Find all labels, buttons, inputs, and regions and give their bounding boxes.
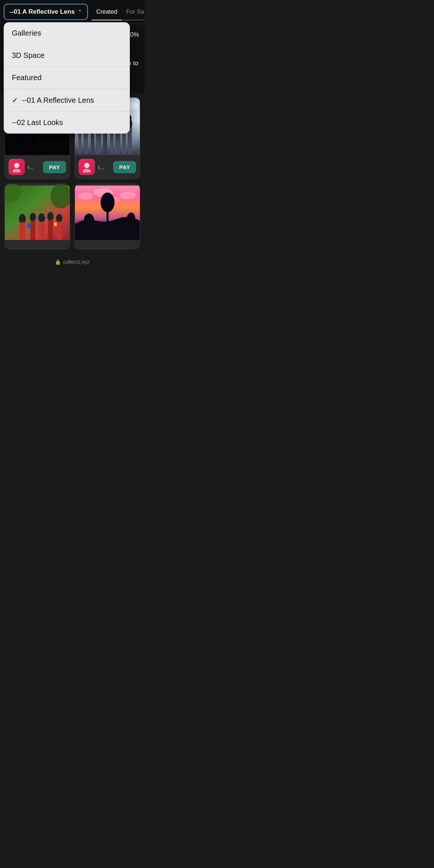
nft-card-3[interactable] — [4, 184, 70, 249]
bottom-bar: 🔒 collectz.xyz — [0, 254, 145, 270]
featured-label: Featured — [12, 73, 42, 82]
nft-card-2-bottom: r... PAY — [75, 155, 140, 179]
svg-point-48 — [101, 193, 115, 212]
pay-button-2[interactable]: PAY — [113, 161, 136, 173]
svg-rect-4 — [19, 131, 28, 153]
nft-card-3-spacer — [5, 241, 70, 249]
svg-point-38 — [56, 214, 62, 223]
selector-label: --01 A Reflective Lens — [10, 8, 75, 16]
dropdown-menu: Galleries 3D Space Featured ✓ --01 A Ref… — [4, 22, 130, 134]
tab-created[interactable]: Created — [92, 3, 122, 20]
tab-for-sale[interactable]: For Sa... — [122, 3, 145, 20]
dropdown-item-02-last-looks[interactable]: --02 Last Looks — [4, 112, 130, 134]
nft-creator-2: r... — [98, 164, 110, 170]
nav-bar: --01 A Reflective Lens ⌃ Created For Sa.… — [0, 0, 145, 24]
pay-button-1[interactable]: PAY — [43, 161, 66, 173]
svg-rect-40 — [27, 223, 31, 227]
nft-image-3 — [5, 184, 70, 241]
svg-point-50 — [127, 213, 135, 225]
nft-creator-1: r... — [28, 164, 40, 170]
svg-point-8 — [13, 169, 21, 172]
svg-point-7 — [14, 163, 19, 168]
svg-rect-33 — [30, 221, 35, 240]
svg-point-43 — [78, 193, 93, 200]
chevron-down-icon: ⌃ — [78, 9, 82, 15]
dropdown-item-3d-space[interactable]: 3D Space — [4, 45, 130, 67]
gallery-selector[interactable]: --01 A Reflective Lens ⌃ — [4, 4, 88, 20]
svg-point-25 — [84, 163, 89, 168]
svg-rect-35 — [39, 222, 45, 240]
svg-rect-41 — [54, 223, 57, 226]
svg-point-49 — [84, 214, 94, 228]
svg-rect-1 — [5, 134, 70, 154]
svg-rect-31 — [20, 223, 25, 240]
nft-card-4[interactable] — [75, 184, 140, 249]
galleries-label: Galleries — [12, 29, 41, 37]
02-last-looks-label: --02 Last Looks — [12, 118, 63, 127]
3d-space-label: 3D Space — [12, 51, 45, 60]
nav-tabs: Created For Sa... — [92, 3, 145, 20]
bottom-url: collectz.xyz — [63, 259, 90, 265]
svg-rect-37 — [48, 220, 53, 240]
svg-rect-39 — [57, 222, 62, 240]
svg-point-45 — [119, 191, 136, 199]
check-icon: ✓ — [12, 96, 18, 105]
svg-point-36 — [47, 212, 53, 221]
nft-avatar-1 — [9, 159, 25, 175]
lock-icon: 🔒 — [55, 259, 61, 265]
nft-image-4 — [75, 184, 140, 241]
dropdown-item-01-reflective-lens[interactable]: ✓ --01 A Reflective Lens — [4, 89, 130, 112]
nft-card-1-bottom: r... PAY — [5, 155, 70, 179]
01-reflective-lens-label: --01 A Reflective Lens — [22, 96, 94, 105]
svg-point-32 — [30, 213, 36, 221]
nft-card-4-spacer — [75, 241, 140, 249]
dropdown-item-galleries[interactable]: Galleries — [4, 22, 130, 45]
dropdown-item-featured[interactable]: Featured — [4, 67, 130, 89]
svg-point-34 — [38, 213, 45, 223]
svg-point-30 — [19, 214, 26, 224]
nft-avatar-2 — [79, 159, 95, 175]
svg-point-26 — [83, 169, 91, 172]
